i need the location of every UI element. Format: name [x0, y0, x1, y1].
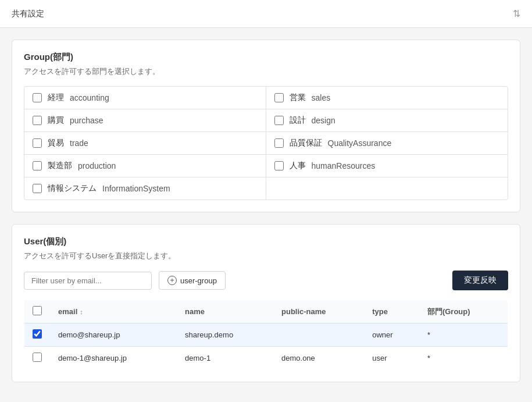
group-en-trade: trade	[70, 138, 88, 148]
page-container: 共有設定 ⇅ Group(部門) アクセスを許可する部門を選択します。 経理 a…	[0, 0, 532, 402]
group-jp-accounting: 経理	[48, 93, 64, 103]
user-section: User(個別) アクセスを許可するUserを直接指定します。 + user-g…	[12, 224, 520, 382]
group-jp-qa: 品質保証	[290, 138, 322, 148]
row2-type: user	[364, 347, 419, 370]
group-cell-trade: 貿易 trade	[24, 132, 266, 155]
group-label-sales[interactable]: 営業 sales	[274, 93, 331, 103]
group-checkbox-design[interactable]	[274, 116, 284, 125]
group-jp-sales: 営業	[290, 93, 306, 103]
group-label-purchase[interactable]: 購買 purchase	[33, 115, 103, 126]
group-checkbox-qa[interactable]	[274, 138, 284, 148]
group-label-design[interactable]: 設計 design	[274, 115, 335, 126]
group-cell-design: 設計 design	[266, 109, 508, 132]
group-jp-design: 設計	[290, 115, 306, 126]
group-jp-purchase: 購買	[48, 115, 64, 126]
group-cell-purchase: 購買 purchase	[24, 109, 266, 132]
group-section: Group(部門) アクセスを許可する部門を選択します。 経理 accounti…	[12, 40, 520, 212]
table-header-row: email ↕ name public-name type 部門(Group)	[24, 300, 508, 323]
th-group: 部門(Group)	[419, 300, 508, 323]
group-jp-hr: 人事	[290, 161, 306, 171]
group-cell-qa: 品質保証 QualityAssurance	[266, 132, 508, 155]
group-cell-infosys: 情報システム InformationSystem	[24, 177, 266, 200]
group-cell-production: 製造部 production	[24, 155, 266, 177]
th-type: type	[364, 300, 419, 323]
group-section-desc: アクセスを許可する部門を選択します。	[24, 66, 508, 77]
group-en-qa: QualityAssurance	[328, 138, 392, 148]
group-label-infosys[interactable]: 情報システム InformationSystem	[33, 183, 170, 194]
group-label-qa[interactable]: 品質保証 QualityAssurance	[274, 138, 392, 148]
group-jp-trade: 貿易	[48, 138, 64, 148]
user-section-title: User(個別)	[24, 236, 508, 247]
apply-button[interactable]: 変更反映	[452, 271, 508, 290]
page-title: 共有設定	[12, 9, 44, 19]
group-en-hr: humanResources	[312, 161, 376, 170]
row2-group: *	[419, 347, 508, 370]
table-row: demo@shareup.jp shareup.demo owner *	[24, 323, 508, 347]
group-en-production: production	[78, 161, 116, 170]
page-header: 共有設定 ⇅	[0, 0, 532, 28]
group-label-production[interactable]: 製造部 production	[33, 161, 116, 171]
row1-checkbox[interactable]	[33, 329, 42, 339]
th-public-name: public-name	[273, 300, 364, 323]
row1-type: owner	[364, 323, 419, 347]
th-email: email ↕	[50, 300, 177, 323]
select-all-checkbox[interactable]	[33, 306, 42, 315]
group-checkbox-trade[interactable]	[33, 138, 42, 148]
row1-name: shareup.demo	[177, 323, 273, 347]
group-checkbox-infosys[interactable]	[33, 184, 42, 193]
group-jp-production: 製造部	[48, 161, 72, 171]
row2-email: demo-1@shareup.jp	[50, 347, 177, 370]
user-group-label: user-group	[180, 276, 217, 285]
group-label-accounting[interactable]: 経理 accounting	[33, 93, 109, 103]
content-area: Group(部門) アクセスを許可する部門を選択します。 経理 accounti…	[0, 28, 532, 394]
group-cell-empty	[266, 177, 508, 200]
user-group-button[interactable]: + user-group	[159, 271, 226, 290]
th-name: name	[177, 300, 273, 323]
group-en-design: design	[312, 116, 335, 125]
user-section-desc: アクセスを許可するUserを直接指定します。	[24, 251, 508, 261]
row1-checkbox-cell	[24, 323, 51, 347]
group-jp-infosys: 情報システム	[48, 183, 97, 194]
group-label-trade[interactable]: 貿易 trade	[33, 138, 88, 148]
table-row: demo-1@shareup.jp demo-1 demo.one user *	[24, 347, 508, 370]
row1-public-name	[273, 323, 364, 347]
row2-public-name: demo.one	[273, 347, 364, 370]
user-toolbar: + user-group 変更反映	[24, 271, 508, 290]
group-section-title: Group(部門)	[24, 52, 508, 63]
group-en-purchase: purchase	[70, 116, 103, 125]
th-checkbox	[24, 300, 51, 323]
row1-group: *	[419, 323, 508, 347]
row1-email: demo@shareup.jp	[50, 323, 177, 347]
group-cell-accounting: 経理 accounting	[24, 87, 266, 109]
group-en-sales: sales	[312, 93, 331, 102]
th-email-label: email	[58, 307, 77, 316]
group-en-infosys: InformationSystem	[102, 184, 170, 193]
group-checkbox-hr[interactable]	[274, 161, 284, 170]
plus-icon: +	[167, 276, 177, 285]
row2-name: demo-1	[177, 347, 273, 370]
group-checkbox-accounting[interactable]	[33, 93, 42, 102]
sort-icon[interactable]: ↕	[80, 308, 83, 315]
group-label-hr[interactable]: 人事 humanResources	[274, 161, 376, 171]
group-cell-sales: 営業 sales	[266, 87, 508, 109]
group-grid: 経理 accounting 営業 sales 購買	[24, 86, 508, 200]
filter-email-input[interactable]	[24, 272, 152, 290]
group-checkbox-production[interactable]	[33, 161, 42, 170]
group-en-accounting: accounting	[70, 93, 109, 102]
user-table-body: demo@shareup.jp shareup.demo owner * dem…	[24, 323, 508, 370]
group-cell-hr: 人事 humanResources	[266, 155, 508, 177]
row2-checkbox[interactable]	[33, 353, 42, 362]
group-checkbox-sales[interactable]	[274, 93, 284, 102]
expand-icon[interactable]: ⇅	[513, 8, 520, 19]
user-table: email ↕ name public-name type 部門(Group)	[24, 300, 508, 370]
group-checkbox-purchase[interactable]	[33, 116, 42, 125]
row2-checkbox-cell	[24, 347, 51, 370]
